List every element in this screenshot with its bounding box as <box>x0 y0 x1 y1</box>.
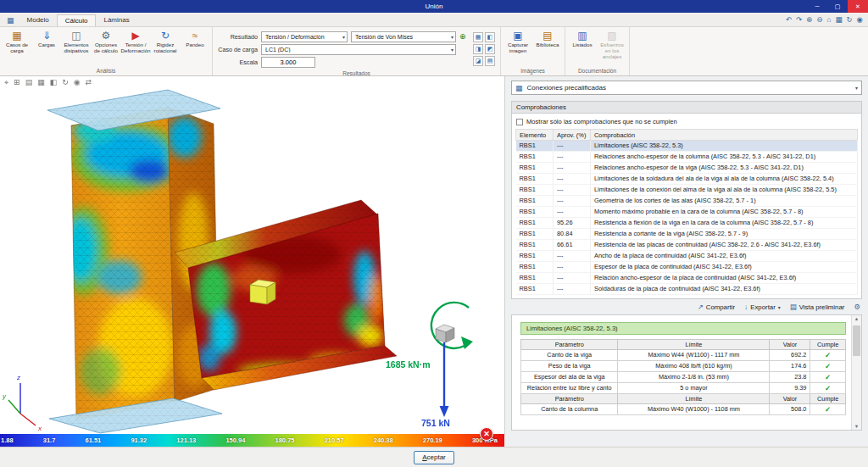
check-element: RBS1 <box>516 141 554 152</box>
detail-header-row: ParámetroLímiteValorCumple <box>521 340 846 350</box>
scale-label: 121.13 <box>176 434 196 447</box>
load-cases-button[interactable]: ▦Casos de carga <box>3 29 31 67</box>
toggle-contours-icon[interactable]: ◩ <box>485 44 495 54</box>
check-aprov: 80.84 <box>554 229 591 240</box>
minimize-button[interactable]: ─ <box>807 0 827 13</box>
check-aprov: 66.61 <box>554 240 591 251</box>
check-element: RBS1 <box>516 196 554 207</box>
value-cell: 174.6 <box>770 361 810 372</box>
mesh-toggle-icon[interactable]: ▦ <box>37 78 45 87</box>
redo-icon[interactable]: ↷ <box>796 15 802 24</box>
check-name: Limitaciones de la soldadura del ala de … <box>591 174 858 185</box>
scroll-up-icon[interactable]: ▲ <box>854 316 859 321</box>
focus-icon[interactable]: ◉ <box>74 78 81 87</box>
print-icon[interactable]: ▤ <box>25 78 33 87</box>
dissipative-elements-button[interactable]: ◫Elementos disipativos <box>62 29 91 67</box>
result-mode-combo[interactable]: Tensión / Deformación ▾ <box>261 31 348 42</box>
accept-button[interactable]: Aceptar <box>414 451 454 464</box>
detail-header: Parámetro <box>521 340 618 350</box>
filter-checkbox[interactable] <box>516 119 523 125</box>
check-row[interactable]: RBS1---Soldaduras de la placa de continu… <box>516 284 858 295</box>
column-front-face <box>58 100 183 432</box>
toggle-deformed-icon[interactable]: ◨ <box>473 44 483 54</box>
check-element: RBS1 <box>516 207 554 218</box>
scale-input[interactable] <box>261 57 315 68</box>
check-row[interactable]: RBS1---Relaciones ancho-espesor de la vi… <box>516 163 858 174</box>
check-row[interactable]: RBS1---Espesor de la placa de continuida… <box>516 262 858 273</box>
preview-button[interactable]: ▤ Vista preliminar <box>790 303 845 311</box>
capture-image-button[interactable]: ▣Capturar imagen <box>504 29 532 67</box>
toggle-labels-icon[interactable]: ▤ <box>485 56 495 66</box>
filter-checkbox-row[interactable]: Mostrar sólo las comprobaciones que no s… <box>515 116 858 129</box>
check-name: Limitaciones (AISC 358-22, 5.3) <box>591 141 858 152</box>
check-aprov: --- <box>554 262 591 273</box>
error-badge[interactable]: ✕ <box>480 427 493 441</box>
ribbon-group-docs: ▥Listados▨Esfuerzos en los anclajes Docu… <box>565 27 630 75</box>
right-panel: ▦ Conexiones precalificadas ▾ Comprobaci… <box>504 76 868 434</box>
fit-view-icon[interactable]: ◉ <box>857 15 863 24</box>
toggle-values-icon[interactable]: ◪ <box>473 56 483 66</box>
scale-label: 150.94 <box>225 434 245 447</box>
color-scale: ✕ 1.8831.761.5191.32121.13150.94180.7521… <box>0 434 504 447</box>
check-row[interactable]: RBS195.26Resistencia a flexión de la vig… <box>516 218 858 229</box>
export-button[interactable]: ↓ Exportar ▾ <box>744 303 781 311</box>
library-button[interactable]: ▤Biblioteca <box>533 29 562 67</box>
pan-tool-icon[interactable]: ⊞ <box>14 78 20 87</box>
home-view-icon[interactable]: ⌂ <box>826 15 831 24</box>
anchor-forces-icon: ▨ <box>607 31 616 42</box>
check-cell: ✓ <box>810 361 846 372</box>
check-row[interactable]: RBS180.84Resistencia a cortante de la vi… <box>516 229 858 240</box>
checks-header-elemento: Elemento <box>516 130 554 141</box>
scroll-down-icon[interactable]: ▼ <box>854 424 859 429</box>
undo-icon[interactable]: ↶ <box>786 15 792 24</box>
rotational-stiffness-button[interactable]: ↻Rigidez rotacional <box>151 29 180 67</box>
close-button[interactable]: ✕ <box>848 0 868 13</box>
grid-view-icon[interactable]: ▦ <box>835 15 842 24</box>
stress-strain-button[interactable]: ▶Tensión / Deformación <box>121 29 150 67</box>
scrollbar-thumb[interactable] <box>853 325 860 356</box>
tab-calculo[interactable]: Cálculo <box>57 14 97 26</box>
detail-scrollbar[interactable]: ▲ ▼ <box>851 315 861 430</box>
tab-laminas[interactable]: Láminas <box>96 14 136 26</box>
param-cell: Canto de la viga <box>521 350 618 361</box>
check-row[interactable]: RBS1---Limitaciones de la soldadura del … <box>516 174 858 185</box>
viewport-3d[interactable]: ⌖⊞▤▦◧↻◉⇄ <box>0 76 504 434</box>
toggle-mesh-icon[interactable]: ▦ <box>473 32 483 42</box>
zoom-out-icon[interactable]: ⊖ <box>816 15 822 24</box>
maximize-button[interactable]: ▢ <box>827 0 848 13</box>
check-row[interactable]: RBS1---Relaciones ancho-espesor de la co… <box>516 152 858 163</box>
buckling-button[interactable]: ≈Pandeo <box>181 29 209 67</box>
check-row[interactable]: RBS1---Momento máximo probable en la car… <box>516 207 858 218</box>
tab-modelo[interactable]: Modelo <box>19 14 57 26</box>
check-row[interactable]: RBS1---Relación ancho-espesor de la plac… <box>516 273 858 284</box>
detail-header: Límite <box>618 340 770 350</box>
check-cell: ✓ <box>810 350 846 361</box>
add-result-view-icon[interactable]: ⊕ <box>459 32 470 41</box>
orbit-icon[interactable]: ↻ <box>62 78 69 87</box>
result-type-combo[interactable]: Tensión de Von Mises ▾ <box>351 31 456 42</box>
load-case-combo[interactable]: LC1 (DC) ▾ <box>261 44 456 55</box>
detail-header: Parámetro <box>521 394 618 404</box>
zoom-in-icon[interactable]: ⊕ <box>806 15 812 24</box>
loads-button[interactable]: ⇓Cargas <box>32 29 61 67</box>
axis-z-label: z <box>16 374 20 381</box>
check-row[interactable]: RBS1---Ancho de la placa de continuidad … <box>516 251 858 262</box>
target-tool-icon[interactable]: ⌖ <box>4 78 8 87</box>
share-button[interactable]: ↗ Compartir <box>698 303 735 311</box>
result-type-value: Tensión de Von Mises <box>355 34 413 40</box>
connection-type-combo[interactable]: ▦ Conexiones precalificadas ▾ <box>511 81 862 95</box>
calc-options-button[interactable]: ⚙Opciones de cálculo <box>92 29 120 67</box>
toggle-solid-icon[interactable]: ◧ <box>485 32 495 42</box>
check-row[interactable]: RBS1---Geometría de los cortes de las al… <box>516 196 858 207</box>
anchor-forces-button[interactable]: ▨Esfuerzos en los anclajes <box>598 29 626 67</box>
check-row[interactable]: RBS166.61Resistencia de las placas de co… <box>516 240 858 251</box>
settings-button[interactable]: ⚙ <box>854 303 860 311</box>
swap-view-icon[interactable]: ⇄ <box>86 78 92 87</box>
check-row[interactable]: RBS1---Limitaciones de la conexión del a… <box>516 185 858 196</box>
check-name: Relaciones ancho-espesor de la viga (AIS… <box>591 163 858 174</box>
rotate-view-icon[interactable]: ↻ <box>846 15 852 24</box>
check-row[interactable]: RBS1---Limitaciones (AISC 358-22, 5.3) <box>516 141 858 152</box>
reports-button[interactable]: ▥Listados <box>568 29 597 67</box>
section-view-icon[interactable]: ◧ <box>50 78 58 87</box>
results-content: Resultado Tensión / Deformación ▾ Tensió… <box>215 29 498 69</box>
